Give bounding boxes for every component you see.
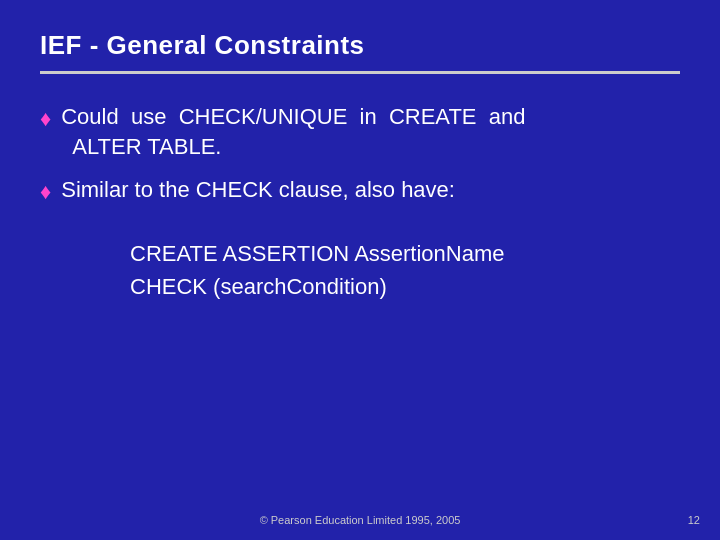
slide-title: IEF - General Constraints (40, 30, 680, 61)
slide-number: 12 (688, 514, 700, 526)
bullet-2-text: Similar to the CHECK clause, also have: (61, 175, 455, 205)
list-item: ♦ Similar to the CHECK clause, also have… (40, 175, 680, 207)
bullet-list: ♦ Could use CHECK/UNIQUE in CREATE and A… (40, 102, 680, 207)
code-line-2: CHECK (searchCondition) (130, 270, 680, 303)
bullet-diamond-icon: ♦ (40, 177, 51, 207)
footer-text: © Pearson Education Limited 1995, 2005 (260, 514, 461, 526)
bullet-1-text: Could use CHECK/UNIQUE in CREATE and ALT… (61, 102, 525, 161)
code-line-1: CREATE ASSERTION AssertionName (130, 237, 680, 270)
footer: © Pearson Education Limited 1995, 2005 (0, 514, 720, 526)
bullet-diamond-icon: ♦ (40, 104, 51, 134)
title-section: IEF - General Constraints (40, 30, 680, 74)
code-block: CREATE ASSERTION AssertionName CHECK (se… (130, 237, 680, 303)
slide: IEF - General Constraints ♦ Could use CH… (0, 0, 720, 540)
list-item: ♦ Could use CHECK/UNIQUE in CREATE and A… (40, 102, 680, 161)
